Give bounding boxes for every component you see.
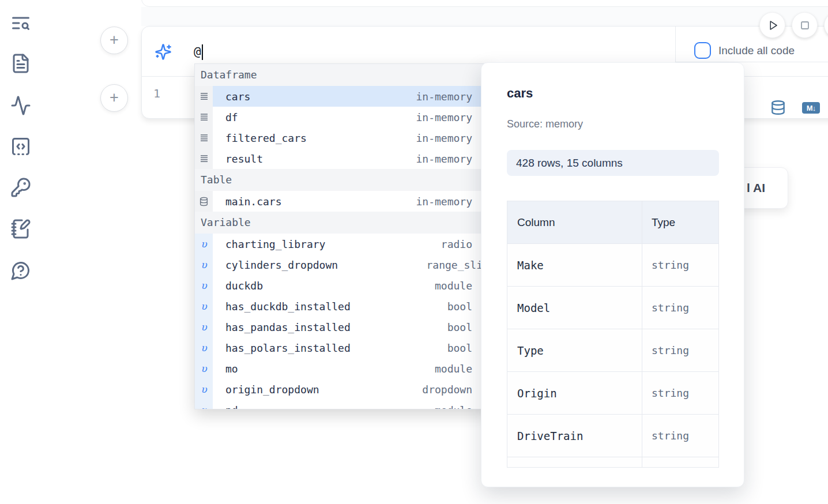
preview-stats-badge: 428 rows, 15 columns: [507, 150, 719, 176]
autocomplete-item-body: main.carsin-memory: [213, 191, 491, 212]
column-name-cell: [507, 457, 642, 468]
autocomplete-item-body: has_duckdb_installedbool: [213, 296, 491, 317]
autocomplete-item[interactable]: υorigin_dropdowndropdown: [195, 379, 491, 400]
completion-name: result: [225, 153, 263, 165]
completion-name: pd: [225, 404, 238, 410]
prompt-checkbox-divider: [675, 27, 676, 62]
column-name-cell: DriveTrain: [507, 415, 642, 457]
add-cell-button-top[interactable]: +: [100, 27, 128, 54]
table-row: Modelstring: [507, 287, 718, 329]
completion-type: range_sli: [426, 259, 483, 271]
stop-icon: [797, 18, 812, 33]
variable-icon: υ: [195, 400, 213, 409]
completion-type: in-memory: [416, 91, 472, 103]
file-text-icon[interactable]: [10, 53, 31, 74]
completion-name: cars: [225, 91, 250, 103]
column-name-cell: Model: [507, 287, 642, 329]
variable-icon: υ: [195, 379, 213, 400]
rows-icon: [195, 148, 213, 169]
ai-prompt-input[interactable]: @: [194, 42, 203, 62]
snippets-icon[interactable]: [10, 136, 31, 157]
autocomplete-item-body: has_pandas_installedbool: [213, 317, 491, 337]
variable-icon: υ: [195, 234, 213, 254]
column-type-cell: string: [642, 372, 718, 414]
autocomplete-section-header: Dataframe: [195, 64, 491, 86]
table-row: Originstring: [507, 372, 718, 415]
column-type-cell: Type: [642, 201, 718, 243]
text-caret: [202, 44, 203, 60]
autocomplete-item[interactable]: carsin-memory: [195, 86, 491, 107]
table-row-clipped: [507, 457, 718, 468]
autocomplete-section-header: Variable: [195, 212, 491, 234]
notebook-pen-icon[interactable]: [10, 219, 31, 239]
autocomplete-item-body: dfin-memory: [213, 107, 491, 127]
add-cell-button-bottom[interactable]: +: [100, 84, 128, 112]
rows-icon: [195, 86, 213, 107]
completion-type: in-memory: [416, 195, 472, 208]
table-row: Makestring: [507, 244, 718, 287]
autocomplete-item-body: resultin-memory: [213, 148, 491, 169]
completion-type: bool: [447, 300, 472, 313]
autocomplete-item[interactable]: dfin-memory: [195, 107, 491, 127]
ai-prompt-value: @: [194, 45, 201, 59]
help-icon[interactable]: [10, 260, 31, 281]
column-name-cell: Origin: [507, 372, 642, 414]
completion-type: in-memory: [416, 111, 472, 123]
autocomplete-item[interactable]: filtered_carsin-memory: [195, 127, 491, 148]
autocomplete-item[interactable]: υcharting_libraryradio: [195, 234, 491, 254]
completion-name: filtered_cars: [225, 132, 307, 144]
markdown-icon[interactable]: M↓: [802, 102, 820, 114]
autocomplete-item[interactable]: υhas_duckdb_installedbool: [195, 296, 491, 317]
line-number: 1: [153, 86, 160, 100]
completion-type: module: [435, 404, 472, 410]
column-name-cell: Type: [507, 329, 642, 371]
autocomplete-item[interactable]: υhas_pandas_installedbool: [195, 317, 491, 337]
rows-icon: [195, 127, 213, 148]
key-icon[interactable]: [10, 177, 31, 198]
variable-icon: υ: [195, 296, 213, 317]
autocomplete-item[interactable]: υpdmodule: [195, 400, 491, 409]
autocomplete-item[interactable]: υhas_polars_installedbool: [195, 337, 491, 358]
variable-icon: υ: [195, 275, 213, 296]
autocomplete-item[interactable]: υmomodule: [195, 358, 491, 379]
stop-button[interactable]: [792, 12, 818, 38]
completion-name: has_pandas_installed: [225, 321, 351, 333]
database-output-icon[interactable]: [770, 100, 786, 115]
include-all-code-checkbox[interactable]: [694, 42, 711, 59]
completion-name: has_duckdb_installed: [225, 300, 351, 313]
autocomplete-list: Dataframecarsin-memorydfin-memoryfiltere…: [195, 64, 491, 409]
autocomplete-item[interactable]: main.carsin-memory: [195, 191, 491, 212]
run-cell-button[interactable]: [759, 12, 785, 38]
completion-name: charting_library: [225, 238, 325, 250]
text-search-icon[interactable]: [10, 13, 31, 33]
column-type-cell: string: [642, 287, 718, 329]
completion-name: cylinders_dropdown: [225, 259, 338, 271]
completion-type: module: [435, 363, 472, 375]
table-row: Typestring: [507, 329, 718, 372]
autocomplete-item[interactable]: υcylinders_dropdownrange_sli: [195, 254, 491, 275]
preview-schema-table: ColumnTypeMakestringModelstringTypestrin…: [507, 201, 719, 468]
autocomplete-item[interactable]: υduckdbmodule: [195, 275, 491, 296]
activity-icon[interactable]: [10, 95, 31, 116]
include-all-code-label: Include all code: [718, 44, 795, 57]
variable-icon: υ: [195, 254, 213, 275]
preview-source: Source: memory: [507, 118, 583, 130]
column-name-cell: Column: [507, 201, 642, 243]
variable-icon: υ: [195, 317, 213, 337]
completion-type: in-memory: [416, 153, 472, 165]
column-type-cell: string: [642, 415, 718, 457]
completion-type: bool: [447, 321, 472, 333]
column-type-cell: string: [642, 329, 718, 371]
table-header-row: ColumnType: [507, 201, 718, 244]
dataframe-preview-popover: cars Source: memory 428 rows, 15 columns…: [481, 62, 744, 487]
autocomplete-item-body: charting_libraryradio: [213, 234, 491, 254]
database-icon: [195, 191, 213, 212]
completion-type: radio: [441, 238, 472, 250]
autocomplete-item-body: cylinders_dropdownrange_sli: [213, 254, 491, 275]
autocomplete-item-body: has_polars_installedbool: [213, 337, 491, 358]
completion-name: has_polars_installed: [225, 342, 351, 354]
variable-icon: υ: [195, 337, 213, 358]
autocomplete-item[interactable]: resultin-memory: [195, 148, 491, 169]
autocomplete-item-body: origin_dropdowndropdown: [213, 379, 491, 400]
autocomplete-section-header: Table: [195, 169, 491, 191]
